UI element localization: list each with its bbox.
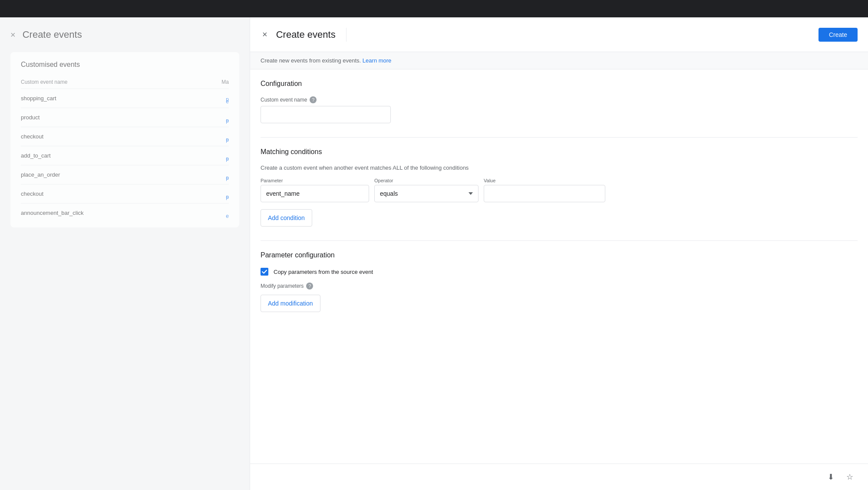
modify-params-label: Modify parameters ? <box>261 283 858 289</box>
matching-conditions-section: Matching conditions Create a custom even… <box>261 148 858 227</box>
matching-conditions-title: Matching conditions <box>261 148 858 156</box>
row-link-edit[interactable]: e <box>226 213 229 219</box>
add-condition-button[interactable]: Add condition <box>261 209 312 227</box>
left-panel-title: Create events <box>23 29 82 40</box>
parameter-field: Parameter <box>261 178 369 202</box>
conditions-row: Parameter Operator equals contains start… <box>261 178 858 202</box>
row-link-p[interactable]: p <box>226 175 229 181</box>
custom-event-name-input[interactable] <box>261 106 391 123</box>
download-button[interactable]: ⬇ <box>823 469 838 485</box>
matching-description: Create a custom event when another event… <box>261 164 858 171</box>
modal-close-button[interactable]: × <box>261 28 269 41</box>
left-header: × Create events <box>0 17 250 52</box>
custom-event-name-help-icon[interactable]: ? <box>310 96 317 103</box>
learn-more-link[interactable]: Learn more <box>363 57 391 64</box>
add-condition-label: Add condition <box>268 214 305 221</box>
parameter-label: Parameter <box>261 178 369 183</box>
create-events-modal: × Create events Create Create new events… <box>250 17 868 490</box>
modal-header-left: × Create events <box>261 28 347 42</box>
parameter-configuration-title: Parameter configuration <box>261 251 858 259</box>
close-icon: × <box>262 30 267 39</box>
table-row: product e p <box>21 108 229 127</box>
download-icon: ⬇ <box>828 472 834 482</box>
parameter-configuration-section: Parameter configuration Copy parameters … <box>261 251 858 312</box>
col-ma-header: Ma <box>194 79 229 85</box>
info-bar: Create new events from existing events. … <box>250 52 868 69</box>
create-button[interactable]: Create <box>818 28 858 42</box>
row-link-p[interactable]: p <box>226 156 229 162</box>
copy-params-checkbox[interactable] <box>261 268 268 276</box>
modal-body: Configuration Custom event name ? Matchi… <box>250 69 868 464</box>
left-panel: × Create events Customised events Custom… <box>0 17 250 490</box>
operator-field: Operator equals contains starts with end… <box>374 178 479 202</box>
table-row: checkout e p <box>21 127 229 146</box>
row-link-p[interactable]: p <box>226 118 229 124</box>
header-divider <box>346 28 347 42</box>
configuration-section: Configuration Custom event name ? <box>261 80 858 123</box>
add-modification-label: Add modification <box>268 300 313 307</box>
value-label: Value <box>484 178 605 183</box>
modal-title: Create events <box>276 29 336 40</box>
table-row: shopping_cart e p <box>21 89 229 108</box>
table-header: Custom event name Ma <box>21 76 229 89</box>
value-input[interactable] <box>484 185 605 202</box>
configuration-title: Configuration <box>261 80 858 88</box>
event-name-cell: checkout <box>21 133 229 140</box>
star-button[interactable]: ☆ <box>842 469 858 485</box>
custom-event-name-label: Custom event name ? <box>261 96 858 103</box>
col-event-name-header: Custom event name <box>21 79 194 85</box>
event-name-cell: shopping_cart <box>21 95 229 102</box>
add-modification-button[interactable]: Add modification <box>261 295 320 312</box>
event-name-cell: checkout <box>21 191 229 197</box>
event-name-cell: place_an_order <box>21 171 229 178</box>
left-content-card: Customised events Custom event name Ma s… <box>10 52 239 227</box>
modify-params-help-icon[interactable]: ? <box>306 283 313 289</box>
table-row: add_to_cart e p <box>21 146 229 165</box>
modal-footer: ⬇ ☆ <box>250 464 868 490</box>
table-row: announcement_bar_click e <box>21 204 229 222</box>
left-close-icon[interactable]: × <box>10 30 16 40</box>
parameter-input[interactable] <box>261 185 369 202</box>
operator-label: Operator <box>374 178 479 183</box>
copy-params-row: Copy parameters from the source event <box>261 268 858 276</box>
copy-params-label: Copy parameters from the source event <box>274 269 373 275</box>
modal-header: × Create events Create <box>250 17 868 52</box>
event-name-cell: announcement_bar_click <box>21 210 229 216</box>
row-link-p[interactable]: p <box>226 96 229 102</box>
section-separator <box>261 137 858 138</box>
operator-select[interactable]: equals contains starts with ends with do… <box>374 185 479 202</box>
top-bar <box>0 0 868 17</box>
section-separator-2 <box>261 240 858 241</box>
info-text: Create new events from existing events. <box>261 57 361 64</box>
row-link-p[interactable]: p <box>226 137 229 143</box>
star-icon: ☆ <box>846 472 853 482</box>
customised-events-title: Customised events <box>21 61 229 69</box>
table-row: place_an_order e p <box>21 165 229 184</box>
row-link-p[interactable]: p <box>226 194 229 200</box>
value-field: Value <box>484 178 605 202</box>
event-name-cell: add_to_cart <box>21 152 229 159</box>
table-row: checkout e p <box>21 184 229 204</box>
event-name-cell: product <box>21 114 229 121</box>
